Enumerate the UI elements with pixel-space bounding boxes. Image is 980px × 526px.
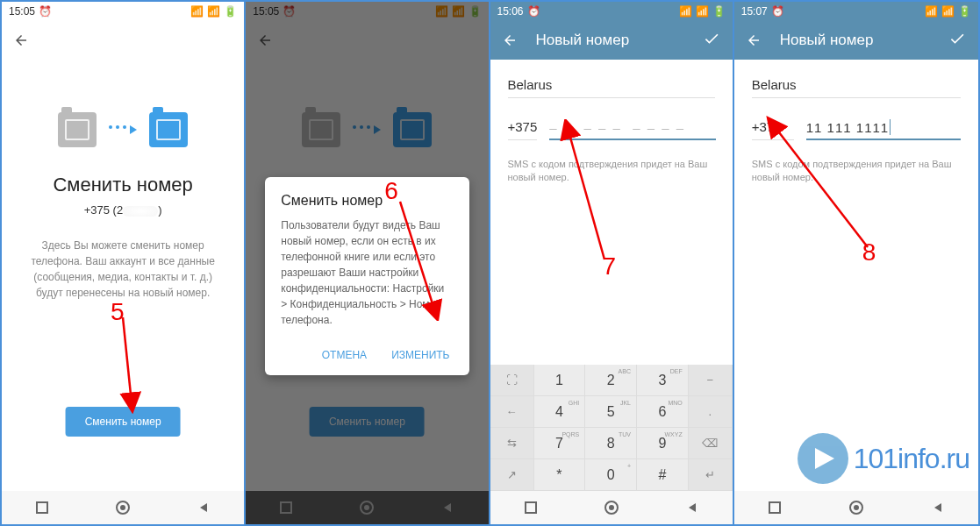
key-4[interactable]: 4GHI bbox=[534, 396, 586, 428]
sms-hint: SMS с кодом подтверждения придет на Ваш … bbox=[752, 158, 961, 185]
key-1[interactable]: 1 bbox=[534, 365, 586, 396]
page-title: Сменить номер bbox=[19, 174, 226, 196]
description: Здесь Вы можете сменить номер телефона. … bbox=[19, 238, 226, 301]
country-selector[interactable]: Belarus bbox=[508, 65, 715, 98]
key-2[interactable]: 2ABC bbox=[585, 365, 637, 396]
svg-rect-12 bbox=[769, 502, 780, 513]
status-bar: 15:06⏰ 📶📶🔋 bbox=[490, 2, 733, 21]
svg-line-3 bbox=[123, 317, 132, 403]
appbar-title: Новый номер bbox=[536, 32, 630, 49]
nav-back[interactable] bbox=[682, 497, 703, 518]
nav-bar bbox=[2, 491, 244, 524]
signal-icon: 📶 bbox=[190, 5, 204, 18]
current-phone: +375 (2) bbox=[19, 203, 226, 217]
nav-home[interactable] bbox=[112, 497, 133, 518]
key-enter[interactable]: ↵ bbox=[689, 459, 733, 491]
svg-rect-8 bbox=[526, 502, 536, 513]
svg-point-2 bbox=[120, 505, 125, 510]
phone-input[interactable]: 11 111 1111 bbox=[806, 119, 961, 140]
battery-icon: 🔋 bbox=[224, 5, 237, 18]
app-bar: Новый номер bbox=[734, 21, 978, 60]
alarm-icon: ⏰ bbox=[527, 5, 540, 18]
key-star[interactable]: * bbox=[534, 459, 586, 491]
cancel-button[interactable]: ОТМЕНА bbox=[318, 344, 370, 366]
key-7[interactable]: 7PQRS bbox=[534, 428, 586, 459]
alarm-icon: ⏰ bbox=[39, 5, 52, 18]
annotation-8: 8 bbox=[862, 238, 876, 266]
done-button[interactable] bbox=[703, 30, 720, 51]
clock: 15:05 bbox=[9, 5, 35, 18]
sim-new-icon bbox=[149, 112, 188, 147]
watermark: 101info.ru bbox=[798, 433, 969, 484]
alarm-icon: ⏰ bbox=[771, 5, 784, 18]
key-left[interactable]: ← bbox=[490, 396, 534, 428]
svg-rect-0 bbox=[37, 502, 47, 513]
numeric-keypad: ⛶ 1 2ABC 3DEF − ← 4GHI 5JKL 6MNO . ⇆ 7PQ… bbox=[490, 365, 733, 491]
nav-back[interactable] bbox=[927, 497, 948, 518]
screen-2: 15:05⏰ 📶📶🔋 Сменить номер Сменить номер П… bbox=[246, 2, 490, 524]
key-fullscreen[interactable]: ⛶ bbox=[490, 365, 534, 396]
nav-back[interactable] bbox=[193, 497, 214, 518]
nav-bar bbox=[490, 491, 733, 524]
key-0[interactable]: 0+ bbox=[585, 459, 637, 491]
sim-graphic bbox=[19, 112, 226, 147]
dialog-body: Пользователи будут видеть Ваш новый номе… bbox=[281, 217, 453, 328]
clock: 15:06 bbox=[497, 5, 524, 18]
key-backspace[interactable]: ⌫ bbox=[689, 428, 733, 459]
key-3[interactable]: 3DEF bbox=[637, 365, 689, 396]
nav-home[interactable] bbox=[846, 497, 867, 518]
battery-icon: 🔋 bbox=[712, 5, 726, 18]
screen-1: 15:05⏰ 📶📶🔋 Сменить номер +375 (2) Здесь … bbox=[2, 2, 246, 524]
key-hash[interactable]: # bbox=[637, 459, 689, 491]
country-code[interactable]: +375 bbox=[752, 119, 794, 140]
confirm-button[interactable]: ИЗМЕНИТЬ bbox=[388, 344, 453, 366]
back-button[interactable] bbox=[745, 32, 762, 49]
app-bar bbox=[2, 21, 244, 60]
back-button[interactable] bbox=[501, 32, 519, 49]
status-bar: 15:07⏰ 📶📶🔋 bbox=[734, 2, 978, 21]
nav-home[interactable] bbox=[601, 497, 622, 518]
phone-input[interactable] bbox=[549, 119, 716, 140]
nav-recent[interactable] bbox=[520, 497, 541, 518]
wifi-icon: 📶 bbox=[207, 5, 220, 18]
nav-bar bbox=[734, 491, 978, 524]
battery-icon: 🔋 bbox=[958, 5, 971, 18]
key-8[interactable]: 8TUV bbox=[585, 428, 637, 459]
key-6[interactable]: 6MNO bbox=[637, 396, 689, 428]
country-code[interactable]: +375 bbox=[508, 119, 538, 140]
key-switch[interactable]: ⇆ bbox=[490, 428, 534, 459]
signal-icon: 📶 bbox=[679, 5, 692, 18]
sim-old-icon bbox=[58, 112, 97, 147]
svg-point-10 bbox=[609, 505, 614, 510]
app-bar: Новый номер bbox=[490, 21, 733, 60]
signal-icon: 📶 bbox=[925, 5, 938, 18]
clock: 15:07 bbox=[741, 5, 768, 18]
key-popout[interactable]: ↗ bbox=[490, 459, 534, 491]
annotation-7: 7 bbox=[603, 252, 617, 280]
screen-3: 15:06⏰ 📶📶🔋 Новый номер Belarus +375 SMS … bbox=[490, 2, 734, 524]
back-button[interactable] bbox=[12, 32, 30, 49]
telegram-icon bbox=[798, 433, 848, 484]
nav-recent[interactable] bbox=[764, 497, 785, 518]
change-number-button[interactable]: Сменить номер bbox=[66, 407, 181, 437]
wifi-icon: 📶 bbox=[941, 5, 955, 18]
appbar-title: Новый номер bbox=[780, 32, 874, 49]
svg-point-14 bbox=[854, 505, 859, 510]
key-5[interactable]: 5JKL bbox=[585, 396, 637, 428]
done-button[interactable] bbox=[948, 30, 966, 51]
watermark-text: 101info.ru bbox=[854, 443, 969, 475]
dialog-title: Сменить номер bbox=[281, 193, 453, 209]
nav-recent[interactable] bbox=[32, 497, 53, 518]
annotation-5: 5 bbox=[111, 298, 125, 325]
sms-hint: SMS с кодом подтверждения придет на Ваш … bbox=[508, 158, 715, 185]
key-minus[interactable]: − bbox=[689, 365, 733, 396]
wifi-icon: 📶 bbox=[696, 5, 709, 18]
country-selector[interactable]: Belarus bbox=[752, 65, 961, 98]
confirm-dialog: Сменить номер Пользователи будут видеть … bbox=[265, 177, 469, 375]
key-9[interactable]: 9WXYZ bbox=[637, 428, 689, 459]
status-bar: 15:05⏰ 📶📶🔋 bbox=[2, 2, 244, 21]
key-dot[interactable]: . bbox=[689, 396, 733, 428]
